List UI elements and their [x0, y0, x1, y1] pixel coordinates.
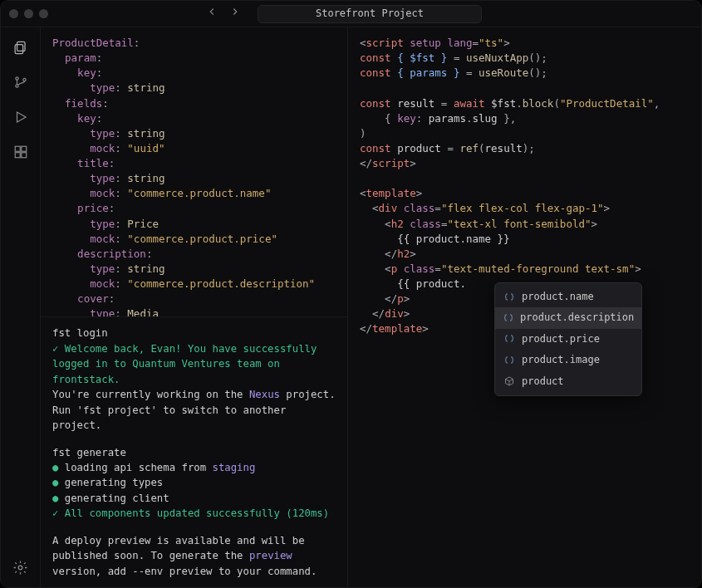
window-controls	[9, 9, 48, 18]
title-search[interactable]: Storefront Project	[258, 5, 482, 23]
gear-icon[interactable]	[12, 559, 29, 576]
autocomplete-label: product	[522, 375, 564, 389]
main-area: ProductDetail: param: key: type: string …	[41, 27, 701, 587]
brackets-icon	[503, 312, 513, 324]
svg-rect-0	[17, 42, 26, 51]
branch-icon[interactable]	[12, 74, 29, 91]
editor-window: Storefront Project ProductDetail:	[0, 0, 702, 588]
cube-icon	[503, 375, 515, 387]
svg-rect-6	[15, 146, 20, 151]
terminal-command: fst login	[52, 326, 336, 341]
forward-icon[interactable]	[229, 6, 241, 22]
autocomplete-popup: product.nameproduct.descriptionproduct.p…	[494, 282, 642, 396]
svg-point-2	[15, 77, 17, 80]
svg-rect-8	[15, 153, 20, 158]
nav-arrows	[206, 6, 241, 22]
close-dot[interactable]	[9, 9, 18, 18]
schema-editor[interactable]: ProductDetail: param: key: type: string …	[41, 27, 347, 316]
title-text: Storefront Project	[316, 7, 424, 21]
svg-marker-5	[17, 112, 26, 122]
svg-point-10	[18, 566, 22, 570]
brackets-icon	[503, 355, 515, 366]
autocomplete-label: product.image	[522, 353, 600, 367]
autocomplete-item[interactable]: product.price	[495, 329, 641, 350]
zoom-dot[interactable]	[39, 9, 48, 18]
autocomplete-item[interactable]: product	[495, 371, 641, 392]
svg-rect-7	[21, 146, 26, 151]
files-icon[interactable]	[12, 39, 29, 56]
terminal-command: fst generate	[52, 445, 336, 460]
left-column: ProductDetail: param: key: type: string …	[41, 27, 348, 587]
svg-rect-9	[21, 153, 26, 158]
minimize-dot[interactable]	[24, 9, 33, 18]
autocomplete-label: product.name	[522, 290, 594, 304]
extensions-icon[interactable]	[12, 144, 29, 160]
svg-point-4	[22, 78, 25, 81]
autocomplete-label: product.description	[520, 311, 634, 325]
activity-bar	[1, 27, 41, 587]
terminal[interactable]: fst loginWelcome back, Evan! You have su…	[41, 316, 347, 587]
run-icon[interactable]	[12, 109, 29, 125]
body: ProductDetail: param: key: type: string …	[1, 27, 701, 587]
svg-point-3	[15, 85, 17, 87]
autocomplete-item[interactable]: product.description	[495, 307, 641, 328]
titlebar: Storefront Project	[1, 1, 701, 27]
brackets-icon	[503, 333, 515, 345]
brackets-icon	[503, 292, 515, 303]
autocomplete-item[interactable]: product.name	[495, 287, 641, 307]
autocomplete-item[interactable]: product.image	[495, 350, 641, 370]
autocomplete-label: product.price	[522, 332, 600, 346]
svg-rect-1	[15, 44, 23, 53]
back-icon[interactable]	[206, 6, 218, 22]
